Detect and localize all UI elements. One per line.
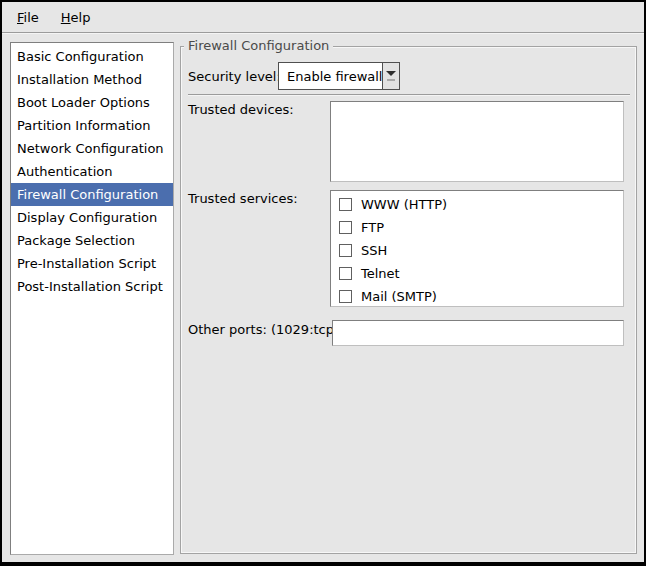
security-level-dropdown[interactable]: Enable firewall — [278, 62, 400, 90]
trusted-services-label: Trusted services: — [188, 191, 298, 206]
sidebar-item-partition-information[interactable]: Partition Information — [11, 114, 173, 137]
service-label: SSH — [361, 243, 387, 258]
sidebar-item-boot-loader-options[interactable]: Boot Loader Options — [11, 91, 173, 114]
service-label: FTP — [361, 220, 384, 235]
security-level-value: Enable firewall — [279, 63, 382, 89]
sidebar-item-network-configuration[interactable]: Network Configuration — [11, 137, 173, 160]
trusted-devices-label: Trusted devices: — [188, 102, 294, 117]
sidebar-item-package-selection[interactable]: Package Selection — [11, 229, 173, 252]
trusted-devices-list[interactable] — [330, 101, 624, 182]
service-row-ftp[interactable]: FTP — [331, 216, 623, 239]
checkbox-mail[interactable] — [339, 290, 352, 303]
service-row-www[interactable]: WWW (HTTP) — [331, 193, 623, 216]
trusted-services-list: WWW (HTTP) FTP SSH Telnet Mail (SMTP) — [330, 190, 624, 307]
checkbox-ssh[interactable] — [339, 244, 352, 257]
kickstart-configurator-window: File Help Basic Configuration Installati… — [0, 0, 646, 566]
frame-title: Firewall Configuration — [184, 38, 333, 53]
dropdown-bar-icon — [387, 79, 395, 81]
sidebar-item-installation-method[interactable]: Installation Method — [11, 68, 173, 91]
sidebar-item-display-configuration[interactable]: Display Configuration — [11, 206, 173, 229]
menu-bar: File Help — [2, 2, 644, 33]
service-label: WWW (HTTP) — [361, 197, 447, 212]
sidebar-item-basic-configuration[interactable]: Basic Configuration — [11, 45, 173, 68]
service-label: Telnet — [361, 266, 400, 281]
dropdown-arrow-button[interactable] — [382, 63, 399, 89]
horizontal-separator — [188, 94, 630, 96]
service-row-telnet[interactable]: Telnet — [331, 262, 623, 285]
sidebar-item-post-installation-script[interactable]: Post-Installation Script — [11, 275, 173, 298]
chevron-down-icon — [386, 71, 396, 76]
other-ports-input[interactable] — [332, 320, 624, 346]
service-label: Mail (SMTP) — [361, 289, 437, 304]
checkbox-www[interactable] — [339, 198, 352, 211]
other-ports-label: Other ports: (1029:tcp) — [188, 322, 339, 337]
menu-help[interactable]: Help — [54, 7, 98, 28]
sidebar-item-pre-installation-script[interactable]: Pre-Installation Script — [11, 252, 173, 275]
section-list: Basic Configuration Installation Method … — [10, 42, 174, 555]
checkbox-ftp[interactable] — [339, 221, 352, 234]
service-row-ssh[interactable]: SSH — [331, 239, 623, 262]
security-level-label: Security level: — [188, 69, 281, 84]
sidebar-item-firewall-configuration[interactable]: Firewall Configuration — [11, 183, 173, 206]
checkbox-telnet[interactable] — [339, 267, 352, 280]
sidebar-item-authentication[interactable]: Authentication — [11, 160, 173, 183]
menu-file[interactable]: File — [10, 7, 46, 28]
service-row-mail[interactable]: Mail (SMTP) — [331, 285, 623, 307]
